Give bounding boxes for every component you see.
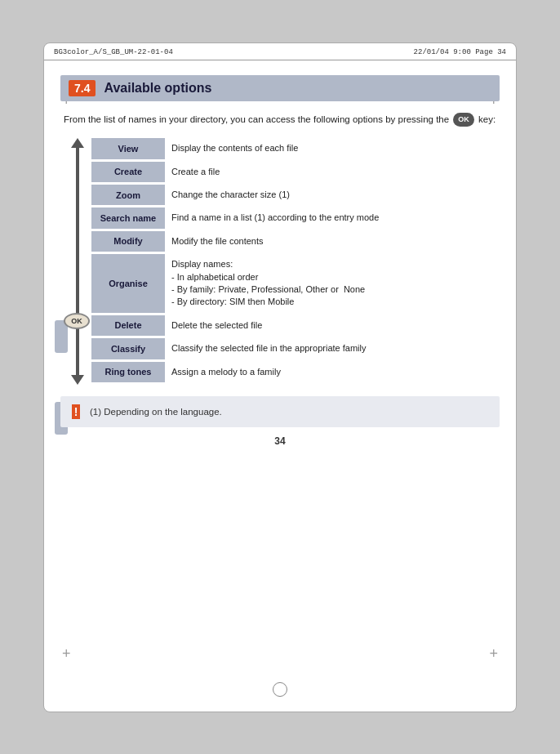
- option-label-delete: Delete: [91, 315, 165, 336]
- option-desc-organise: Display names:- In alphabetical order- B…: [165, 254, 500, 313]
- options-table: View Display the contents of each file C…: [91, 138, 500, 385]
- page-container: + + + + BG3color_A/S_GB_UM-22-01-04 22/0…: [43, 42, 517, 712]
- option-label-ringtones: Ring tones: [91, 362, 165, 382]
- note-section: ! (1) Depending on the language.: [60, 396, 500, 427]
- option-desc-create: Create a file: [165, 162, 500, 182]
- bottom-circle-decoration: [273, 682, 287, 697]
- ok-side-button[interactable]: OK: [64, 313, 90, 329]
- option-row-organise: Organise Display names:- In alphabetical…: [91, 254, 500, 313]
- option-row-delete: Delete Delete the selected file: [91, 315, 500, 336]
- corner-cross-br: +: [489, 645, 498, 663]
- arrow-line: [76, 148, 79, 375]
- option-desc-ringtones: Assign a melody to a family: [165, 362, 500, 382]
- option-row-create: Create Create a file: [91, 162, 500, 182]
- option-desc-zoom: Change the character size (1): [165, 185, 500, 205]
- intro-text-before: From the list of names in your directory…: [64, 114, 449, 124]
- intro-text: From the list of names in your directory…: [60, 113, 500, 127]
- option-row-classify: Classify Classify the selected file in t…: [91, 338, 500, 359]
- page-number: 34: [60, 435, 500, 447]
- section-title: Available options: [104, 81, 211, 96]
- option-row-ringtones: Ring tones Assign a melody to a family: [91, 362, 500, 382]
- option-desc-delete: Delete the selected file: [165, 315, 500, 336]
- option-label-view: View: [91, 138, 165, 158]
- option-row-search-name: Search name Find a name in a list (1) ac…: [91, 207, 500, 228]
- option-desc-view: Display the contents of each file: [165, 138, 500, 158]
- option-row-zoom: Zoom Change the character size (1): [91, 185, 500, 205]
- page-header: BG3color_A/S_GB_UM-22-01-04 22/01/04 9:0…: [44, 43, 516, 60]
- ok-side-button-container: OK: [64, 313, 90, 329]
- intro-text-after: key:: [478, 114, 496, 124]
- options-wrapper: View Display the contents of each file C…: [60, 138, 500, 385]
- note-icon: !: [72, 404, 80, 419]
- options-area: View Display the contents of each file C…: [69, 138, 500, 385]
- arrow-down-icon: [71, 375, 84, 385]
- option-desc-search-name: Find a name in a list (1) according to t…: [165, 207, 500, 228]
- option-desc-modify: Modify the file contents: [165, 231, 500, 252]
- arrow-bar: [69, 138, 87, 385]
- option-label-search-name: Search name: [91, 207, 165, 228]
- option-label-classify: Classify: [91, 338, 165, 359]
- ok-button-inline: OK: [453, 113, 474, 127]
- arrow-up-icon: [71, 138, 84, 148]
- content-area: 7.4 Available options From the list of n…: [44, 60, 516, 458]
- option-row-view: View Display the contents of each file: [91, 138, 500, 158]
- section-number: 7.4: [69, 80, 96, 96]
- note-text: (1) Depending on the language.: [90, 407, 222, 417]
- option-desc-classify: Classify the selected file in the approp…: [165, 338, 500, 359]
- option-label-modify: Modify: [91, 231, 165, 252]
- corner-cross-bl: +: [62, 645, 71, 663]
- option-label-organise: Organise: [91, 254, 165, 313]
- section-heading: 7.4 Available options: [60, 75, 500, 101]
- option-row-modify: Modify Modify the file contents: [91, 231, 500, 252]
- option-label-create: Create: [91, 162, 165, 182]
- header-right: 22/01/04 9:00 Page 34: [414, 48, 506, 56]
- option-label-zoom: Zoom: [91, 185, 165, 205]
- header-left: BG3color_A/S_GB_UM-22-01-04: [54, 48, 173, 56]
